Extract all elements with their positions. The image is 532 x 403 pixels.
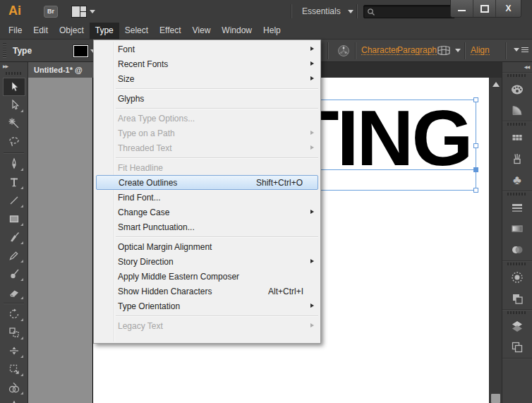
layers-panel-button[interactable] (502, 315, 532, 337)
vertical-scrollbar[interactable] (489, 78, 502, 403)
direct-selection-arrow-icon (8, 99, 20, 112)
fill-color-swatch[interactable] (73, 45, 88, 57)
gradient-panel-button[interactable] (502, 218, 532, 239)
panel-grip[interactable] (507, 123, 527, 126)
blob-brush-tool[interactable] (3, 265, 25, 283)
panel-grip[interactable] (6, 72, 22, 75)
bridge-button[interactable]: Br (44, 6, 58, 18)
panel-grip[interactable] (507, 193, 527, 196)
panel-grip[interactable] (3, 43, 6, 58)
panel-group (502, 191, 532, 260)
align-panel-link[interactable]: Align (471, 46, 490, 55)
color-guide-icon (510, 103, 524, 117)
menubar-item-help[interactable]: Help (258, 23, 286, 39)
scrollbar-thumb[interactable] (491, 394, 500, 403)
menu-separator (94, 313, 320, 318)
paintbrush-tool[interactable] (3, 228, 25, 246)
menu-item-threaded-text[interactable]: Threaded Text (94, 140, 320, 155)
menu-item-legacy-text[interactable]: Legacy Text (94, 318, 320, 333)
color-palette-icon (510, 82, 524, 96)
close-button[interactable]: X (496, 0, 521, 17)
menu-item-type-orientation[interactable]: Type Orientation (94, 299, 320, 313)
brushes-panel-button[interactable] (502, 148, 532, 169)
menu-item-apply-middle-eastern-composer[interactable]: Apply Middle Eastern Composer (94, 269, 320, 284)
menu-separator (94, 234, 320, 239)
shape-builder-tool[interactable] (3, 378, 25, 397)
panel-grip[interactable] (507, 311, 527, 314)
search-input[interactable] (375, 7, 442, 17)
perspective-grid-tool[interactable] (3, 397, 25, 403)
menubar-item-effect[interactable]: Effect (154, 23, 186, 39)
menubar-item-view[interactable]: View (187, 23, 217, 39)
arrange-documents-button[interactable] (71, 6, 95, 18)
appearance-panel-button[interactable] (502, 267, 532, 288)
menu-item-show-hidden-characters[interactable]: Show Hidden Characters Alt+Ctrl+I (94, 284, 320, 299)
menu-item-smart-punctuation[interactable]: Smart Punctuation... (94, 219, 320, 234)
menu-item-glyphs[interactable]: Glyphs (94, 91, 320, 106)
menu-item-recent-fonts[interactable]: Recent Fonts (94, 56, 320, 71)
transparency-panel-button[interactable] (502, 239, 532, 260)
chevron-down-icon[interactable] (455, 49, 461, 52)
menu-item-type-on-a-path[interactable]: Type on a Path (94, 126, 320, 140)
graphic-styles-panel-button[interactable] (502, 288, 532, 309)
menu-item-change-case[interactable]: Change Case (94, 205, 320, 219)
pen-tool[interactable] (3, 155, 25, 173)
menu-item-size[interactable]: Size (94, 71, 320, 86)
document-tab[interactable]: Untitled-1* @ (28, 62, 99, 78)
search-box[interactable] (363, 5, 455, 18)
menubar-item-window[interactable]: Window (216, 23, 258, 39)
tools-collapse-header[interactable] (0, 62, 28, 71)
panel-grip[interactable] (507, 263, 527, 265)
artboards-panel-button[interactable] (502, 337, 532, 358)
magic-wand-tool[interactable] (3, 114, 25, 133)
menu-item-fit-headline[interactable]: Fit Headline (94, 160, 320, 175)
maximize-button[interactable] (473, 0, 496, 17)
selection-handle-bottom-right[interactable] (473, 188, 478, 193)
stroke-panel-button[interactable] (502, 197, 532, 218)
scale-tool[interactable] (3, 323, 25, 342)
panel-grip[interactable] (507, 74, 527, 77)
menu-item-create-outlines[interactable]: Create Outlines Shift+Ctrl+O (96, 175, 318, 190)
selection-handle-middle-right[interactable] (473, 143, 478, 148)
character-panel-link[interactable]: Character (361, 46, 399, 55)
selection-tool[interactable] (3, 78, 25, 96)
menubar-item-type[interactable]: Type (90, 23, 119, 39)
symbols-panel-button[interactable] (502, 169, 532, 191)
selection-handle-baseline[interactable] (473, 167, 478, 172)
paragraph-panel-link[interactable]: Paragraph (397, 46, 437, 55)
width-tool[interactable] (3, 342, 25, 360)
menubar-item-select[interactable]: Select (119, 23, 154, 39)
swatches-panel-button[interactable] (502, 127, 532, 148)
pencil-tool[interactable] (3, 246, 25, 265)
panel-group (502, 121, 532, 191)
make-envelope-button[interactable] (436, 44, 461, 56)
menubar-item-file[interactable]: File (3, 23, 28, 39)
menubar-item-object[interactable]: Object (54, 23, 90, 39)
scroll-up-icon[interactable] (492, 82, 500, 87)
recolor-artwork-button[interactable] (337, 44, 351, 60)
color-guide-panel-button[interactable] (502, 100, 532, 121)
menu-item-optical-margin-alignment[interactable]: Optical Margin Alignment (94, 239, 320, 254)
rotate-tool[interactable] (3, 305, 25, 323)
color-panel-button[interactable] (502, 78, 532, 100)
workspace-switcher[interactable]: Essentials (302, 6, 353, 16)
menu-item-font[interactable]: Font (94, 42, 320, 56)
close-icon: X (505, 4, 511, 13)
selection-handle-top-right[interactable] (473, 97, 478, 102)
control-panel-menu-button[interactable] (514, 47, 528, 52)
collapse-panels-button[interactable] (502, 62, 532, 72)
free-transform-tool[interactable] (3, 360, 25, 378)
minimize-button[interactable] (451, 0, 473, 17)
line-segment-tool[interactable] (3, 191, 25, 210)
menu-item-find-font[interactable]: Find Font... (94, 190, 320, 205)
lasso-tool[interactable] (3, 133, 25, 151)
menubar-item-edit[interactable]: Edit (28, 23, 54, 39)
type-tool[interactable] (3, 173, 25, 191)
rectangle-tool[interactable] (3, 210, 25, 228)
panel-group (502, 260, 532, 309)
window-controls: X (450, 0, 521, 18)
eraser-tool[interactable] (3, 283, 25, 301)
direct-selection-tool[interactable] (3, 96, 25, 114)
menu-item-story-direction[interactable]: Story Direction (94, 254, 320, 269)
menu-item-area-type-options[interactable]: Area Type Options... (94, 111, 320, 126)
